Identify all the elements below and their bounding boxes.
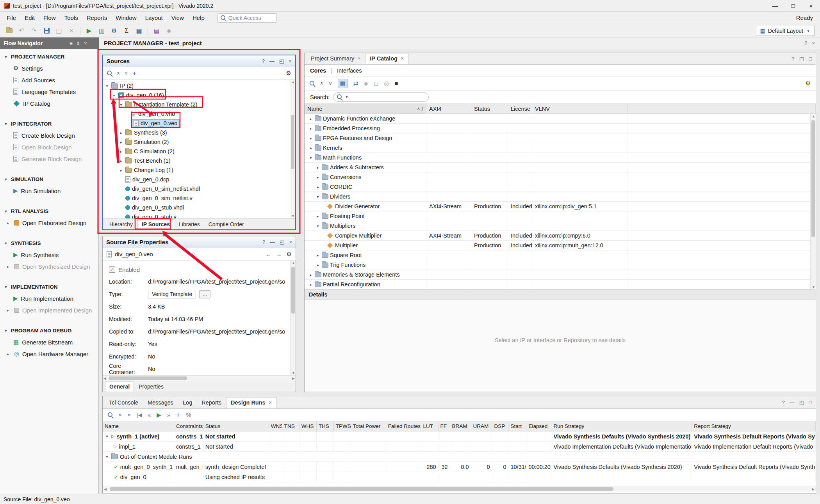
tree-item-stub-v[interactable]: div_gen_0_stub.v <box>103 212 295 218</box>
skip-to-start-icon[interactable]: |◀ <box>137 412 142 418</box>
chevron-right-icon[interactable]: ▸ <box>7 352 11 356</box>
catalog-row-cordic[interactable]: ▸CORDIC <box>305 182 816 192</box>
catalog-row-kernels[interactable]: ▸Kernels <box>305 143 816 153</box>
column-header[interactable]: Failed Routes <box>386 421 421 431</box>
save-button[interactable] <box>41 25 52 36</box>
catalog-row-adders[interactable]: ▸Adders & Subtracters <box>305 163 816 172</box>
tree-item-div-gen-0-vho[interactable]: div_gen_0.vho <box>103 109 295 119</box>
sidebar-item-language-templates[interactable]: Language Templates <box>0 86 98 98</box>
chevron-right-icon[interactable]: ▸ <box>308 146 313 150</box>
tab-properties[interactable]: Properties <box>135 382 168 392</box>
catalog-row-embedded[interactable]: ▸Embedded Processing <box>305 124 816 133</box>
sidebar-item-open-elaborated-design[interactable]: ▸ Open Elaborated Design <box>0 217 98 229</box>
scroll-thumb[interactable] <box>291 115 294 169</box>
section-header-synthesis[interactable]: ▾ SYNTHESIS <box>0 237 98 249</box>
back-icon[interactable]: ← <box>266 251 271 258</box>
sidebar-item-ip-catalog[interactable]: IP Catalog <box>0 98 98 109</box>
scroll-thumb[interactable] <box>110 487 613 491</box>
layout-grid-button[interactable]: ▦ <box>133 25 145 36</box>
help-icon[interactable]: ? <box>804 40 807 46</box>
run-icon[interactable]: ▶ <box>157 412 161 419</box>
menu-view[interactable]: View <box>167 12 188 24</box>
selected-tree-item[interactable]: div_gen_0.veo <box>131 119 180 127</box>
delete-button[interactable]: × <box>66 25 77 36</box>
chevron-right-icon[interactable]: ▸ <box>316 165 320 170</box>
catalog-row-conversions[interactable]: ▸Conversions <box>305 172 816 182</box>
scroll-thumb[interactable] <box>811 120 815 237</box>
chevron-right-icon[interactable]: ▸ <box>7 308 11 312</box>
tree-item-change-log[interactable]: ▸ Change Log (1) <box>103 165 295 175</box>
close-icon[interactable]: × <box>812 40 815 46</box>
sidebar-item-generate-block-design[interactable]: Generate Block Design <box>0 153 98 165</box>
chevron-right-icon[interactable]: ▸ <box>316 263 320 267</box>
float-icon[interactable]: ◰ <box>280 239 284 245</box>
section-header-implementation[interactable]: ▾ IMPLEMENTATION <box>0 281 98 293</box>
sidebar-item-run-implementation[interactable]: ▶ Run Implementation <box>0 293 98 304</box>
chevron-right-icon[interactable]: ▸ <box>119 159 123 163</box>
tab-design-runs[interactable]: Design Runs × <box>226 397 276 408</box>
column-header[interactable]: WHS <box>299 421 317 431</box>
tab-tcl-console[interactable]: Tcl Console <box>104 397 143 408</box>
chevron-down-icon[interactable]: ▾ <box>316 195 320 199</box>
catalog-row-floating-point[interactable]: ▸Floating Point <box>305 211 816 221</box>
catalog-row-multiplier[interactable]: Multiplier Production Included xilinx.co… <box>305 241 816 250</box>
tab-ip-sources[interactable]: IP Sources <box>137 219 174 229</box>
open-project-button[interactable] <box>3 25 15 36</box>
column-header[interactable]: Status <box>203 421 269 431</box>
sidebar-item-run-simulation[interactable]: ▶ Run Simulation <box>0 185 98 197</box>
catalog-search-input[interactable]: ▾ <box>333 92 429 102</box>
section-header-ip-integrator[interactable]: ▾ IP INTEGRATOR <box>0 118 98 130</box>
scroll-thumb[interactable] <box>291 267 295 314</box>
column-header[interactable]: URAM <box>471 421 492 431</box>
tab-messages[interactable]: Messages <box>143 397 178 408</box>
column-header-license[interactable]: License <box>508 104 532 114</box>
minimize-icon[interactable]: — <box>790 399 795 405</box>
tree-item-div-gen-0-veo[interactable]: div_gen_0.veo <box>103 119 295 128</box>
help-icon[interactable]: ? <box>792 56 795 62</box>
menu-help[interactable]: Help <box>188 12 209 24</box>
column-header[interactable]: Run Strategy <box>551 421 692 431</box>
catalog-row-trig-functions[interactable]: ▸Trig Functions <box>305 260 816 270</box>
catalog-row-square-root[interactable]: ▸Square Root <box>305 250 816 260</box>
window-close-button[interactable]: × <box>802 0 820 12</box>
collapse-all-icon[interactable]: « <box>116 72 122 75</box>
catalog-row-dividers[interactable]: ▾Dividers <box>305 192 816 202</box>
tab-ip-catalog[interactable]: IP Catalog × <box>365 53 408 64</box>
maximize-icon[interactable]: □ <box>809 399 812 405</box>
column-header[interactable]: Elapsed <box>526 421 551 431</box>
chevron-right-icon[interactable]: ▸ <box>119 140 123 144</box>
close-icon[interactable]: × <box>289 58 292 64</box>
close-icon[interactable]: × <box>358 56 360 61</box>
undo-button[interactable]: ↶ <box>16 25 27 36</box>
close-icon[interactable]: × <box>401 56 404 61</box>
tool-icon[interactable]: ◈ <box>364 80 368 87</box>
catalog-row-fpga-features[interactable]: ▸FPGA Features and Design <box>305 133 816 143</box>
details-section-header[interactable]: Details <box>305 289 816 300</box>
column-header[interactable]: BRAM <box>450 421 471 431</box>
section-header-rtl-analysis[interactable]: ▾ RTL ANALYSIS <box>0 205 98 217</box>
column-header-status[interactable]: Status <box>471 104 508 114</box>
float-icon[interactable]: ◰ <box>799 56 804 62</box>
chevron-right-icon[interactable]: ▸ <box>308 282 313 287</box>
catalog-row-multipliers[interactable]: ▾Multipliers <box>305 221 816 231</box>
column-header[interactable]: Name <box>103 421 174 431</box>
chevron-down-icon[interactable]: ▾ <box>316 224 320 228</box>
column-header[interactable]: THS <box>317 421 334 431</box>
sidebar-item-open-synthesized-design[interactable]: ▸ Open Synthesized Design <box>0 261 98 272</box>
collapse-all-icon[interactable]: « <box>319 82 325 85</box>
column-header[interactable]: FF <box>439 421 450 431</box>
tab-hierarchy[interactable]: Hierarchy <box>105 220 137 229</box>
sidebar-item-generate-bitstream[interactable]: ▦ Generate Bitstream <box>0 336 98 348</box>
expand-all-icon[interactable]: » <box>328 82 334 85</box>
menu-window[interactable]: Window <box>111 12 141 24</box>
group-icon[interactable]: ■ <box>394 80 398 87</box>
horizontal-scrollbar[interactable]: ◀ ▶ <box>103 375 296 381</box>
tab-log[interactable]: Log <box>178 397 197 408</box>
refresh-repositories-icon[interactable]: ⇄ <box>353 80 358 87</box>
float-icon[interactable]: ◰ <box>279 58 284 64</box>
tree-item-ip[interactable]: ▾ IP (2) <box>103 81 295 91</box>
tab-compile-order[interactable]: Compile Order <box>205 220 248 229</box>
vertical-scrollbar[interactable]: ▲ ▼ <box>810 114 816 289</box>
run-row-div-gen[interactable]: ✓div_gen_0 Using cached IP results <box>103 472 816 482</box>
run-row-synth-1[interactable]: ▾▷synth_1 (active) constrs_1 Not started… <box>103 431 816 442</box>
